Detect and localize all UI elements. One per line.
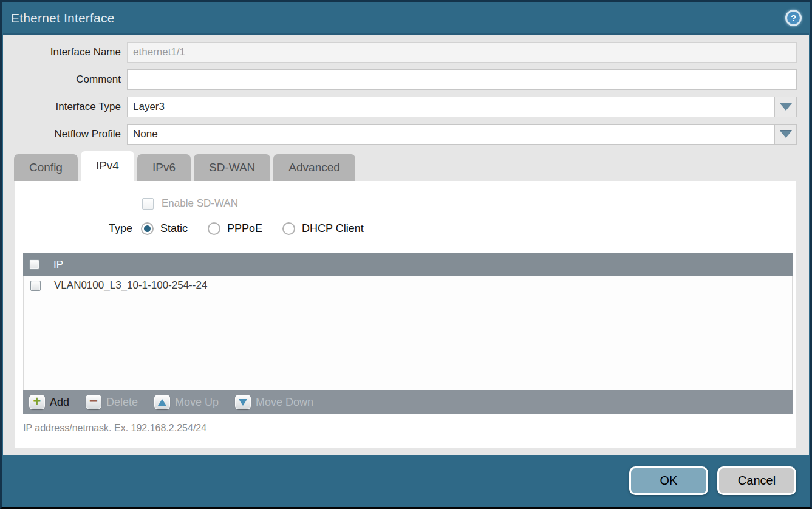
dialog-title: Ethernet Interface	[11, 11, 115, 26]
comment-field[interactable]	[127, 69, 797, 90]
interface-type-dropdown-button[interactable]	[774, 97, 797, 117]
radio-pppoe[interactable]	[208, 222, 220, 235]
chevron-down-icon	[780, 131, 792, 138]
tab-sdwan[interactable]: SD-WAN	[194, 154, 270, 181]
ipv4-panel: Enable SD-WAN Type Static PPPoE DHCP Cli…	[15, 181, 796, 448]
ip-format-hint: IP address/netmask. Ex. 192.168.2.254/24	[23, 423, 796, 434]
ok-button[interactable]: OK	[629, 466, 708, 495]
cancel-button[interactable]: Cancel	[717, 466, 796, 495]
ip-column-header: IP	[46, 259, 63, 271]
move-down-button-label: Move Down	[256, 396, 313, 409]
delete-button[interactable]: − Delete	[86, 395, 138, 409]
move-up-button-label: Move Up	[175, 396, 219, 409]
row-checkbox-cell	[24, 281, 47, 291]
radio-option-pppoe[interactable]: PPPoE	[208, 222, 262, 235]
netflow-profile-dropdown-button[interactable]	[774, 124, 797, 145]
delete-button-label: Delete	[106, 396, 138, 409]
radio-pppoe-label: PPPoE	[227, 222, 262, 235]
radio-dhcp-client[interactable]	[282, 222, 295, 235]
dialog-window: Ethernet Interface ? Interface Name Comm…	[3, 3, 809, 506]
radio-dhcp-client-label: DHCP Client	[302, 222, 364, 235]
ip-table: IP VLAN0100_L3_10-1-100-254--24 +	[23, 253, 793, 414]
chevron-down-icon	[780, 103, 792, 111]
comment-label: Comment	[3, 73, 127, 86]
ip-table-header: IP	[23, 253, 793, 276]
delete-icon: −	[86, 395, 101, 409]
ip-table-body: VLAN0100_L3_10-1-100-254--24	[23, 276, 793, 390]
netflow-profile-row: Netflow Profile	[3, 124, 797, 145]
row-checkbox[interactable]	[30, 281, 41, 291]
move-down-button[interactable]: Move Down	[235, 395, 313, 409]
row-ip-value[interactable]: VLAN0100_L3_10-1-100-254--24	[47, 279, 207, 292]
dialog-footer: OK Cancel	[3, 455, 809, 506]
add-icon: +	[29, 395, 45, 409]
radio-static[interactable]	[141, 222, 154, 235]
help-icon[interactable]: ?	[785, 10, 802, 26]
ethernet-interface-dialog: Ethernet Interface ? Interface Name Comm…	[0, 0, 812, 509]
radio-option-static[interactable]: Static	[141, 222, 188, 235]
netflow-profile-label: Netflow Profile	[3, 128, 127, 140]
interface-type-field[interactable]	[127, 97, 775, 117]
titlebar: Ethernet Interface ?	[3, 3, 809, 35]
tab-config[interactable]: Config	[14, 154, 78, 181]
header-checkbox-cell	[23, 253, 46, 276]
radio-option-dhcp-client[interactable]: DHCP Client	[282, 222, 364, 235]
interface-type-label: Interface Type	[3, 101, 127, 113]
type-radio-row: Type Static PPPoE DHCP Client	[15, 222, 796, 235]
tab-ipv4[interactable]: IPv4	[81, 151, 134, 181]
add-button-label: Add	[50, 396, 69, 409]
move-up-button[interactable]: Move Up	[154, 395, 219, 409]
select-all-checkbox[interactable]	[29, 259, 39, 270]
move-down-icon	[235, 395, 251, 409]
netflow-profile-field[interactable]	[127, 124, 775, 145]
type-label: Type	[15, 222, 132, 235]
enable-sdwan-row: Enable SD-WAN	[15, 181, 796, 210]
interface-name-row: Interface Name	[3, 42, 797, 63]
tab-ipv6[interactable]: IPv6	[137, 154, 191, 181]
interface-name-field	[127, 42, 797, 63]
tab-advanced[interactable]: Advanced	[273, 154, 355, 181]
add-button[interactable]: + Add	[29, 395, 69, 409]
table-toolbar: + Add − Delete Move Up	[23, 390, 793, 414]
comment-row: Comment	[3, 69, 797, 90]
dialog-body: Interface Name Comment Interface Type	[3, 35, 809, 455]
move-up-icon	[154, 395, 170, 409]
interface-name-label: Interface Name	[3, 46, 127, 58]
table-row[interactable]: VLAN0100_L3_10-1-100-254--24	[24, 276, 792, 295]
radio-static-label: Static	[160, 222, 188, 235]
enable-sdwan-checkbox	[142, 198, 154, 210]
interface-type-row: Interface Type	[3, 97, 797, 117]
enable-sdwan-label: Enable SD-WAN	[162, 197, 238, 210]
tab-bar: Config IPv4 IPv6 SD-WAN Advanced	[14, 151, 809, 181]
